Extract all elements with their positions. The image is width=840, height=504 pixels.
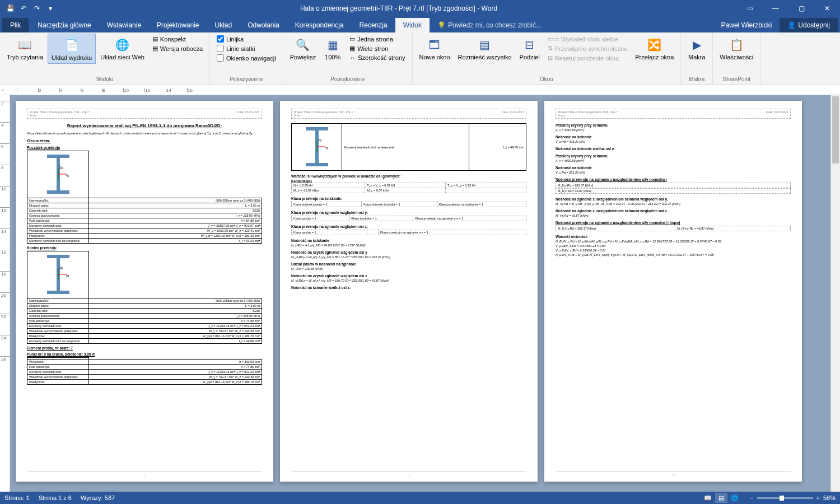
redo-icon[interactable]: ↷ <box>31 3 43 14</box>
arrange-icon: ▤ <box>479 36 490 54</box>
macros-button[interactable]: ▶Makra <box>684 34 709 63</box>
group-sharepoint-label: SharePoint <box>716 75 757 83</box>
switch-icon: 🔀 <box>647 36 661 54</box>
vertical-ruler[interactable]: 2468101214161820222426 <box>0 95 10 492</box>
book-icon: 📖 <box>18 36 32 54</box>
zoom-slider[interactable] <box>757 497 813 499</box>
svg-rect-16 <box>306 163 328 166</box>
web-layout-button[interactable]: 🌐Układ sieci Web <box>97 34 148 63</box>
title-bar: 💾 ↶ ↷ ▾ Hala o zmiennej geometrii-TIIR -… <box>0 0 840 17</box>
tab-review[interactable]: Recenzja <box>352 18 395 32</box>
arrange-all-button[interactable]: ▤Rozmieść wszystko <box>455 34 515 63</box>
report-title: Raport wymiarowania stali wg PN-EN 1993-… <box>27 123 262 128</box>
group-show-label: Pokazywanie <box>213 75 279 83</box>
ribbon-options-icon[interactable]: ▭ <box>737 0 763 17</box>
window-icon: 🗔 <box>429 36 440 54</box>
nav-pane-checkbox[interactable]: Okienko nawigacji <box>216 54 277 62</box>
tab-file[interactable]: Plik <box>2 18 29 32</box>
svg-text:Zg: Zg <box>59 166 63 169</box>
group-zoom-label: Powiększenie <box>287 75 409 83</box>
page-width-button[interactable]: ↔ Szerokość strony <box>348 54 406 62</box>
percent-icon: ▦ <box>328 36 338 54</box>
svg-text:Yg: Yg <box>66 174 69 177</box>
status-page-count[interactable]: Strona 1 z 6 <box>39 494 72 501</box>
tab-home[interactable]: Narzędzia główne <box>30 18 99 32</box>
svg-rect-0 <box>47 155 69 158</box>
user-name[interactable]: Paweł Wierzbicki <box>713 18 780 32</box>
read-mode-button[interactable]: 📖Tryb czytania <box>3 34 46 63</box>
page-icon: 📄 <box>65 36 79 54</box>
magnifier-icon: 🔍 <box>296 36 310 54</box>
ribbon: 📖Tryb czytania 📄Układ wydruku 🌐Układ sie… <box>0 32 840 85</box>
web-icon: 🌐 <box>115 36 129 54</box>
tab-layout[interactable]: Układ <box>207 18 240 32</box>
status-page[interactable]: Strona: 1 <box>4 494 30 501</box>
print-layout-button[interactable]: 📄Układ wydruku <box>48 34 96 64</box>
outline-button[interactable]: ▤ Konspekt <box>151 35 204 43</box>
tab-mailings[interactable]: Korespondencja <box>287 18 352 32</box>
svg-text:Yg: Yg <box>66 274 69 277</box>
tab-view[interactable]: Widok <box>395 18 430 32</box>
close-icon[interactable]: ✕ <box>814 0 840 17</box>
gridlines-checkbox[interactable]: Linie siatki <box>216 44 277 53</box>
bulb-icon: 💡 <box>437 21 446 29</box>
share-button[interactable]: 👤Udostępnij <box>780 18 838 32</box>
reset-position-button: ⊞ Resetuj położenie okna <box>547 54 629 62</box>
zoom-out-button[interactable]: − <box>750 494 753 501</box>
side-by-side-button: ▭▭ Wyświetl obok siebie <box>547 35 629 43</box>
tab-insert[interactable]: Wstawianie <box>99 18 149 32</box>
tell-me[interactable]: 💡Powiedz mi, co chcesz zrobić... <box>430 18 549 32</box>
save-icon[interactable]: 💾 <box>4 3 16 14</box>
window-title: Hala o zmiennej geometrii-TIIR - Pręt 7.… <box>60 4 737 12</box>
page-1: Projekt: Hala o zmiennej geometrii- TIIR… <box>16 101 273 482</box>
web-layout-icon[interactable]: 🌐 <box>729 493 741 503</box>
group-macros-label: Makra <box>684 75 709 83</box>
multi-page-button[interactable]: ▦ Wiele stron <box>348 44 406 53</box>
tab-design[interactable]: Projektowanie <box>149 18 207 32</box>
ruler-checkbox[interactable]: Linijka <box>216 35 277 43</box>
page-3: Projekt: Hala o zmiennej geometrii- TIIR… <box>544 101 802 482</box>
svg-rect-2 <box>47 190 69 194</box>
vertical-scrollbar[interactable] <box>830 95 840 492</box>
zoom-level[interactable]: 58% <box>823 494 836 501</box>
new-window-button[interactable]: 🗔Nowe okno <box>416 34 454 63</box>
svg-rect-14 <box>306 127 328 130</box>
page-2: Projekt: Hala o zmiennej geometrii- TIIR… <box>280 101 538 482</box>
quick-access-toolbar: 💾 ↶ ↷ ▾ <box>0 3 60 14</box>
document-canvas[interactable]: Projekt: Hala o zmiennej geometrii- TIIR… <box>10 95 830 492</box>
one-page-button[interactable]: ▭ Jedna strona <box>348 35 406 43</box>
split-icon: ⊟ <box>525 36 534 54</box>
undo-icon[interactable]: ↶ <box>18 3 29 14</box>
sharepoint-icon: 📋 <box>730 36 744 54</box>
ribbon-tabs: Plik Narzędzia główne Wstawianie Projekt… <box>0 17 840 32</box>
switch-windows-button[interactable]: 🔀Przełącz okna <box>632 34 677 63</box>
horizontal-ruler[interactable]: ⌐ 246810121416 <box>0 85 840 95</box>
status-words[interactable]: Wyrazy: 537 <box>81 494 115 501</box>
window-controls: ▭ — ▢ ✕ <box>737 0 840 17</box>
group-window-label: Okno <box>416 75 678 83</box>
split-button[interactable]: ⊟Podziel <box>516 34 543 63</box>
maximize-icon[interactable]: ▢ <box>788 0 814 17</box>
zoom-button[interactable]: 🔍Powiększ <box>287 34 319 63</box>
read-mode-icon[interactable]: 📖 <box>702 493 714 503</box>
qat-customize-icon[interactable]: ▾ <box>45 3 56 14</box>
svg-text:Zg: Zg <box>59 266 63 269</box>
svg-rect-9 <box>47 291 69 294</box>
status-bar: Strona: 1 Strona 1 z 6 Wyrazy: 537 📖 ▤ 🌐… <box>0 492 840 504</box>
group-views-label: Widoki <box>3 75 206 83</box>
svg-text:Yg: Yg <box>324 146 328 150</box>
macro-icon: ▶ <box>693 36 701 54</box>
minimize-icon[interactable]: — <box>763 0 788 17</box>
scrollbar-thumb[interactable] <box>832 96 839 164</box>
zoom-in-button[interactable]: + <box>816 494 820 501</box>
svg-text:Zg: Zg <box>318 138 321 142</box>
svg-rect-7 <box>47 255 69 258</box>
share-icon: 👤 <box>787 21 796 29</box>
zoom-100-button[interactable]: ▦100% <box>320 34 345 63</box>
tab-references[interactable]: Odwołania <box>240 18 287 32</box>
properties-button[interactable]: 📋Właściwości <box>716 34 757 63</box>
sync-scroll-button: ⇅ Przewijanie synchroniczne <box>547 44 629 53</box>
draft-button[interactable]: ▤ Wersja robocza <box>151 44 204 53</box>
print-layout-icon[interactable]: ▤ <box>715 493 727 503</box>
